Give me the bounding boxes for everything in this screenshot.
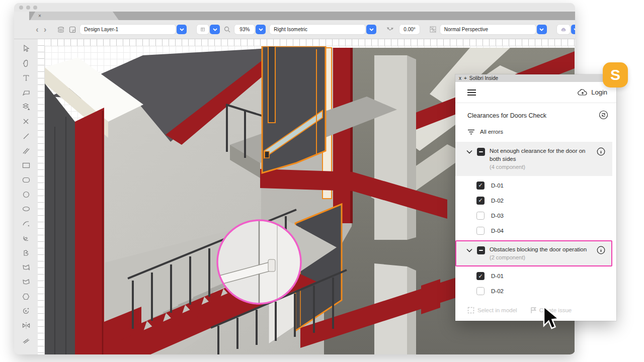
callout-tool-icon[interactable] bbox=[19, 85, 33, 100]
section-cut-column-mid bbox=[333, 48, 353, 223]
login-button[interactable]: Login bbox=[578, 88, 607, 96]
window-titlebar[interactable] bbox=[14, 3, 575, 12]
rotate-tool-icon[interactable] bbox=[19, 304, 33, 318]
zoom-search-icon bbox=[224, 26, 230, 33]
rerun-check-icon[interactable] bbox=[599, 110, 608, 121]
zoom-chevron[interactable] bbox=[256, 25, 266, 34]
sheet-icon[interactable] bbox=[69, 26, 76, 33]
pan-tool-icon[interactable] bbox=[19, 56, 33, 70]
rectangle-tool-icon[interactable] bbox=[19, 158, 33, 172]
zoom-dropdown[interactable]: 93% bbox=[234, 25, 266, 34]
component-checkbox[interactable]: ✓ bbox=[476, 197, 485, 205]
traffic-light-zoom[interactable] bbox=[33, 6, 37, 10]
issue-group-row[interactable]: Obstacles blocking the door operation (2… bbox=[455, 240, 612, 266]
select-in-model-icon bbox=[467, 307, 474, 314]
arc-tool-icon[interactable] bbox=[19, 216, 33, 231]
component-row[interactable]: ✓ D-01 bbox=[455, 268, 616, 284]
check-title: Clearances for Doors Check bbox=[467, 112, 546, 119]
document-tab[interactable]: × bbox=[30, 12, 119, 20]
info-icon[interactable] bbox=[597, 147, 605, 157]
back-icon[interactable]: ‹ bbox=[35, 25, 39, 34]
group-checkbox[interactable] bbox=[477, 148, 485, 156]
component-checkbox[interactable] bbox=[476, 212, 485, 220]
design-layer-value[interactable]: Design Layer-1 bbox=[80, 25, 176, 34]
component-label: D-01 bbox=[491, 273, 504, 279]
component-row[interactable]: ✓ D-01 bbox=[455, 178, 616, 193]
view-value[interactable]: Right Isometric bbox=[270, 25, 365, 34]
solibri-panel: x + Solibri Inside Login Clearances for … bbox=[455, 74, 616, 321]
rounded-rectangle-tool-icon[interactable] bbox=[19, 172, 33, 187]
zoom-value[interactable]: 93% bbox=[234, 25, 255, 34]
delete-tool-icon[interactable] bbox=[19, 114, 33, 129]
chevron-down-icon[interactable] bbox=[466, 149, 472, 155]
component-label: D-02 bbox=[491, 198, 504, 204]
projection-value[interactable]: Normal Perspective bbox=[440, 25, 536, 34]
freehand-tool-icon[interactable] bbox=[19, 231, 33, 245]
text-tool-icon[interactable] bbox=[19, 70, 33, 85]
layers-icon[interactable] bbox=[57, 26, 65, 33]
menu-icon[interactable] bbox=[467, 89, 476, 96]
group-title: Not enough clearance for the door on bot… bbox=[490, 148, 586, 162]
view-chevron[interactable] bbox=[366, 25, 376, 34]
chevron-down-icon[interactable] bbox=[466, 247, 472, 253]
filter-icon bbox=[467, 129, 475, 135]
tab-close-icon[interactable]: × bbox=[38, 13, 41, 19]
section-cut-beam bbox=[260, 169, 353, 191]
flag-icon bbox=[530, 307, 536, 314]
ellipse-tool-icon[interactable] bbox=[19, 202, 33, 216]
double-line-tool-icon[interactable] bbox=[19, 143, 33, 158]
regular-polygon-tool-icon[interactable] bbox=[19, 289, 33, 304]
rotation-icon bbox=[386, 26, 395, 33]
traffic-light-close[interactable] bbox=[19, 6, 23, 10]
projection-icon bbox=[430, 26, 436, 33]
section-cut-column-left bbox=[75, 108, 104, 354]
design-layer-chevron[interactable] bbox=[177, 25, 187, 34]
group-count: (4 component) bbox=[490, 163, 592, 171]
class-options-chevron[interactable] bbox=[210, 25, 220, 34]
render-mode-chevron[interactable] bbox=[571, 25, 575, 34]
projection-dropdown[interactable]: Normal Perspective bbox=[440, 25, 547, 34]
design-layer-dropdown[interactable]: Design Layer-1 bbox=[80, 25, 187, 34]
component-row[interactable]: D-03 bbox=[455, 208, 616, 223]
offset-tool-icon[interactable] bbox=[19, 333, 33, 347]
select-in-model-button[interactable]: Select in model bbox=[467, 307, 517, 314]
projection-chevron[interactable] bbox=[537, 25, 547, 34]
view-dropdown[interactable]: Right Isometric bbox=[270, 25, 376, 34]
class-options-dropdown[interactable] bbox=[197, 25, 220, 34]
group-count: (2 component) bbox=[490, 254, 592, 261]
component-checkbox[interactable]: ✓ bbox=[476, 272, 485, 280]
polygon-tool-icon[interactable] bbox=[19, 260, 33, 275]
component-checkbox[interactable]: ✓ bbox=[476, 182, 485, 190]
component-label: D-01 bbox=[491, 183, 504, 189]
component-row[interactable]: D-02 bbox=[455, 284, 616, 299]
forward-icon[interactable]: › bbox=[43, 25, 47, 34]
panel-close-icon[interactable]: x bbox=[459, 75, 461, 81]
issue-group-row[interactable]: Not enough clearance for the door on bot… bbox=[455, 142, 612, 176]
results-filter[interactable]: All errors bbox=[455, 126, 616, 140]
component-row[interactable]: ✓ D-02 bbox=[455, 193, 616, 208]
polyline-tool-icon[interactable] bbox=[19, 245, 33, 260]
panel-add-icon[interactable]: + bbox=[464, 75, 467, 81]
render-mode-dropdown[interactable] bbox=[557, 25, 575, 34]
polygon-2-tool-icon[interactable] bbox=[19, 275, 33, 289]
traffic-light-minimize[interactable] bbox=[26, 6, 30, 10]
line-tool-icon[interactable] bbox=[19, 129, 33, 143]
solibri-panel-tab[interactable]: x + Solibri Inside bbox=[455, 74, 616, 82]
render-mode-icon[interactable] bbox=[557, 25, 570, 34]
view-toolbar: ‹ › Design Layer-1 93% bbox=[14, 20, 575, 39]
component-label: D-04 bbox=[491, 228, 504, 234]
mirror-tool-icon[interactable] bbox=[19, 318, 33, 333]
rotation-value[interactable]: 0.00° bbox=[399, 25, 419, 34]
selection-tool-icon[interactable] bbox=[19, 41, 33, 56]
issue-groups: Not enough clearance for the door on bot… bbox=[455, 142, 616, 299]
component-checkbox[interactable] bbox=[476, 287, 485, 295]
info-icon[interactable] bbox=[597, 246, 605, 255]
class-options-icon[interactable] bbox=[197, 25, 209, 34]
group-checkbox[interactable] bbox=[477, 246, 485, 254]
extrude-tool-icon[interactable] bbox=[19, 100, 33, 114]
vertical-ruler bbox=[38, 39, 45, 354]
interior-dark-wall bbox=[45, 83, 75, 354]
circle-tool-icon[interactable] bbox=[19, 187, 33, 202]
component-row[interactable]: D-04 bbox=[455, 223, 616, 238]
component-checkbox[interactable] bbox=[476, 227, 485, 235]
